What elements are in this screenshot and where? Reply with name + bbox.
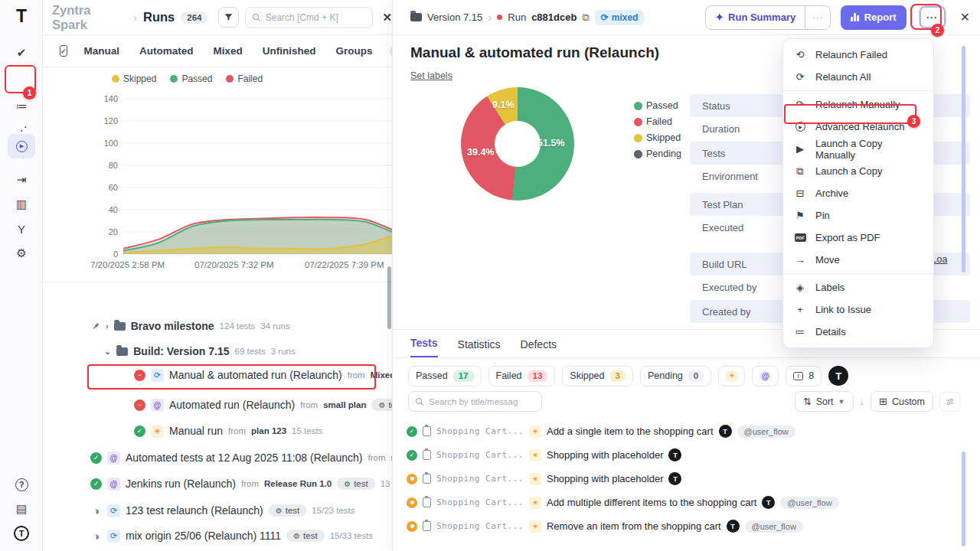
brand-icon[interactable]: T [0, 522, 43, 545]
copy-icon[interactable]: ⧉ [582, 11, 589, 24]
test-row[interactable]: Shopping Cart...✳Shopping with placehold… [407, 467, 958, 491]
tree-row[interactable]: ✓✳Manual runfromplan 12315 tests [134, 422, 322, 440]
assignee-avatar: T [719, 425, 732, 438]
chevron-icon[interactable]: ⌄ [104, 347, 111, 357]
tab-manual[interactable]: Manual [84, 45, 120, 57]
detail-scrollbar[interactable] [962, 46, 965, 272]
test-row[interactable]: ✓Shopping Cart...✳Shopping with placehol… [407, 443, 958, 467]
legend-dot [112, 75, 119, 83]
filter-chip-skipped[interactable]: Skipped3 [562, 366, 633, 386]
tasks-check-icon[interactable]: ✔ [0, 41, 43, 64]
import-icon[interactable]: ⇥ [0, 168, 43, 191]
runs-search[interactable] [245, 7, 374, 28]
legend-label: Passed [181, 73, 212, 84]
test-row[interactable]: ✓Shopping Cart...✳Add a single item to t… [407, 419, 958, 443]
chevron-icon[interactable]: › [106, 321, 109, 331]
tree-row[interactable]: ✓@Automated tests at 12 Aug 2025 11:08 (… [90, 448, 392, 467]
filter-chip-passed[interactable]: Passed17 [408, 366, 482, 386]
chip-label: Pending [648, 370, 683, 381]
tab-mixed[interactable]: Mixed [214, 45, 243, 57]
menu-item-labels[interactable]: ◈Labels [783, 276, 933, 298]
close-panel-icon[interactable]: ✕ [960, 10, 970, 24]
tree-row[interactable]: −⟳Manual & automated run (Relaunch)fromM… [134, 366, 392, 384]
menu-item-relaunch-failed[interactable]: ⟲Relaunch Failed [783, 44, 933, 66]
help-icon[interactable]: ? [0, 473, 43, 496]
comments-filter-chip[interactable]: !8 [786, 366, 822, 386]
run-summary-more-button[interactable]: ··· [805, 6, 830, 29]
tab-automated[interactable]: Automated [139, 45, 194, 57]
branch-icon[interactable]: Y [0, 217, 43, 240]
projects-icon[interactable]: ▤ [0, 497, 43, 520]
run-summary-button[interactable]: ✦Run Summary [706, 11, 805, 23]
assignee-avatar: T [668, 472, 681, 485]
pdf-badge: PDF [795, 233, 806, 242]
left-scrollbar[interactable] [387, 266, 391, 329]
filter-chip-failed[interactable]: Failed13 [488, 366, 556, 386]
refresh-icon: ⟳ [601, 12, 609, 23]
bulk-select-icon[interactable]: ✓ [60, 45, 67, 57]
tab-defects[interactable]: Defects [521, 338, 557, 357]
sidebar-item-runs-active[interactable]: ▶ [8, 134, 35, 158]
test-list-icon[interactable]: ≔ [0, 95, 43, 118]
clipboard-icon [423, 426, 431, 436]
close-search-icon[interactable]: ✕ [382, 11, 392, 24]
menu-item-link-to-issue[interactable]: +Link to Issue [783, 298, 933, 321]
tab-unfinished[interactable]: Unfinished [263, 45, 316, 57]
menu-item-launch-copy[interactable]: ⧉Launch a Copy [783, 160, 933, 182]
divider [43, 282, 392, 282]
tests-search-input[interactable] [429, 397, 532, 406]
set-labels-link[interactable]: Set labels [410, 70, 452, 81]
status-progress-icon: ◑ [90, 530, 102, 542]
tree-row[interactable]: ◑⟳mix origin 25/06 (Relaunch) 1111⚙test1… [90, 527, 373, 545]
run-meta: 69 tests [234, 347, 265, 356]
comment-count: 8 [808, 370, 814, 381]
menu-item-relaunch-manually[interactable]: ↷Relaunch Manually [783, 93, 933, 116]
breadcrumb-project[interactable]: Zyntra Spark [52, 3, 127, 32]
export-pdf-icon: PDF [794, 233, 806, 242]
gear-icon: ⚙ [344, 480, 351, 488]
test-row[interactable]: Shopping Cart...✳Add multiple different … [407, 491, 958, 514]
menu-item-archive[interactable]: ⊟Archive [783, 182, 933, 204]
search-input[interactable] [266, 12, 358, 23]
manual-filter-chip[interactable]: ✳ [718, 366, 745, 386]
tree-row[interactable]: ›Bravo milestone124 tests34 runs [92, 317, 290, 335]
menu-item-export-pdf[interactable]: PDFExport as PDF [783, 227, 933, 249]
tests-search[interactable] [408, 391, 542, 412]
tab-statistics[interactable]: Statistics [458, 338, 501, 357]
user-avatar[interactable]: T [828, 366, 848, 386]
column-settings-button[interactable] [939, 392, 961, 412]
settings-icon[interactable]: ⚙ [0, 242, 43, 265]
app-root: T ✔▶≔⋰∿⇥▥Y⚙ ?▤T Zyntra Spark › Runs 264 … [0, 0, 980, 551]
details-icon: ≔ [794, 326, 806, 337]
menu-item-pin[interactable]: ⚑Pin [783, 204, 933, 227]
tab-tests[interactable]: Tests [410, 337, 438, 358]
sort-button[interactable]: ⇅Sort▼ [795, 391, 853, 412]
sort-direction-button[interactable]: ↓ [860, 396, 865, 407]
test-row[interactable]: Shopping Cart...✳Remove an item from the… [407, 514, 958, 538]
chip-label: test [303, 531, 318, 540]
menu-item-move[interactable]: →Move [783, 249, 933, 271]
filter-button[interactable] [218, 7, 238, 28]
legend-dot [634, 150, 642, 158]
tree-row[interactable]: ⌄Build: Version 7.1569 tests3 runs [104, 342, 296, 360]
run-folder-crumb[interactable]: Version 7.15 [427, 11, 482, 23]
filter-chip-pending[interactable]: Pending0 [640, 366, 711, 386]
menu-item-relaunch-all[interactable]: ⟳Relaunch All [783, 66, 933, 88]
tree-row[interactable]: −@Automated run (Relaunch)fromsmall plan… [134, 396, 392, 414]
tree-row[interactable]: ◑⟳123 test relaunch (Relaunch)⚙test15/23… [90, 501, 355, 520]
menu-item-label: Details [815, 326, 846, 337]
analytics-icon[interactable]: ▥ [0, 193, 43, 216]
annotation-badge-3: 3 [907, 115, 920, 128]
menu-item-details[interactable]: ≔Details [783, 321, 933, 343]
pin-icon: ⚑ [794, 210, 806, 221]
tests-scrollbar[interactable] [962, 452, 965, 546]
status-passed-icon: ✓ [407, 426, 417, 437]
status-passed-icon: ✓ [407, 450, 417, 461]
menu-item-launch-copy-manually[interactable]: ▶Launch a Copy Manually [783, 138, 933, 160]
run-title: mix origin 25/06 (Relaunch) 1111 [126, 530, 281, 542]
tree-row[interactable]: ✓@Jenkins run (Relaunch)fromRelease Run … [90, 474, 392, 493]
report-button[interactable]: Report [841, 5, 906, 30]
automated-filter-chip[interactable]: @ [752, 366, 779, 386]
tab-groups[interactable]: Groups [336, 45, 373, 57]
custom-view-button[interactable]: ⊞Custom [871, 391, 933, 412]
